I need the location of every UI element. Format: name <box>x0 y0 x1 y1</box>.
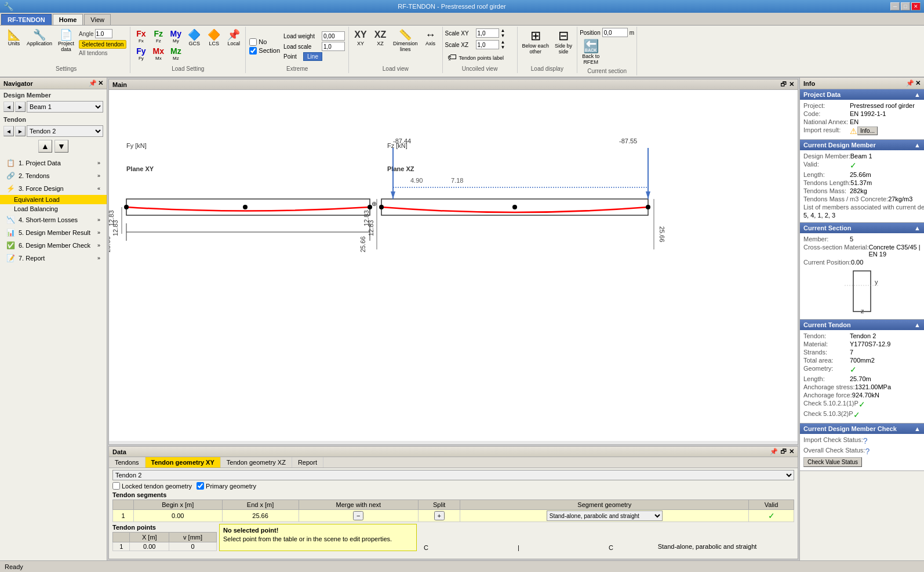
fz-button[interactable]: Fz Fz <box>150 28 166 45</box>
cell-split[interactable]: + <box>419 510 460 522</box>
current-section-header[interactable]: Current Section ▲ <box>800 223 924 233</box>
nav-item-project-data[interactable]: 📋 1. Project Data » <box>0 157 107 169</box>
table-row[interactable]: 1 0.00 25.66 − + Stand-alone, parabolic … <box>113 510 794 522</box>
fx-button[interactable]: Fx Fx <box>133 28 149 45</box>
current-tendon-header[interactable]: Current Tendon ▲ <box>800 320 924 330</box>
dimension-lines-button[interactable]: 📏 Dimensionlines <box>391 28 420 54</box>
tendon-points-label-button[interactable]: 🏷 Tendon points label <box>445 51 515 64</box>
tab-report[interactable]: Report <box>292 457 323 468</box>
info-close-icon[interactable]: ✕ <box>915 79 921 87</box>
lcs-button[interactable]: 🔶 LCS <box>205 28 223 48</box>
tab-view[interactable]: View <box>84 14 111 25</box>
axis-button[interactable]: ↔ Axis <box>421 28 440 48</box>
nav-pin-icon[interactable]: 📌 <box>89 79 97 87</box>
cell-geometry[interactable]: Stand-alone, parabolic and straight <box>460 510 749 522</box>
project-data-header[interactable]: Project Data ▲ <box>800 89 924 100</box>
cell-merge[interactable]: − <box>299 510 418 522</box>
nav-move-down-btn[interactable]: ▼ <box>54 140 68 153</box>
project-data-button[interactable]: 📄 Projectdata <box>56 28 77 54</box>
back-to-rfem-button[interactable]: 🔙 Back toRFEM <box>580 38 602 67</box>
below-each-other-button[interactable]: ⊞ Below eachother <box>520 28 552 56</box>
design-member-next[interactable]: ► <box>15 102 26 112</box>
scale-xz-up[interactable]: ▲ <box>501 39 505 45</box>
locked-tendon-checkbox-label[interactable]: Locked tendon geometry <box>112 482 192 490</box>
nav-item-force-design[interactable]: ⚡ 3. Force Design « <box>0 182 107 195</box>
data-panel-close-icon[interactable]: ✕ <box>789 448 794 455</box>
nav-move-up-btn[interactable]: ▲ <box>38 140 52 153</box>
info-pin-icon[interactable]: 📌 <box>906 79 914 87</box>
nav-item-design-member-result[interactable]: 📊 5. Design Member Result » <box>0 226 107 239</box>
scale-xy-input[interactable] <box>476 28 499 38</box>
current-design-member-check-header[interactable]: Current Design Member Check ▲ <box>800 423 924 434</box>
main-panel-close-icon[interactable]: ✕ <box>789 81 794 88</box>
design-member-prev[interactable]: ◄ <box>3 102 14 112</box>
line-button[interactable]: Line <box>303 52 322 61</box>
data-panel-pin-icon[interactable]: 📌 <box>770 448 778 455</box>
position-input[interactable] <box>602 28 628 37</box>
merge-minus-btn[interactable]: − <box>353 511 363 520</box>
no-checkbox-label[interactable]: No <box>249 38 280 46</box>
check-value-status-button[interactable]: Check Value Status <box>803 457 862 467</box>
application-button[interactable]: 🔧 Application <box>24 28 54 48</box>
xz-view-button[interactable]: XZ XZ <box>371 28 390 48</box>
side-by-side-button[interactable]: ⊟ Side byside <box>552 28 574 56</box>
scale-xy-up[interactable]: ▲ <box>501 28 505 33</box>
split-plus-btn[interactable]: + <box>434 511 445 520</box>
tendon-point-xy-left[interactable] <box>124 205 129 209</box>
nav-item-tendons[interactable]: 🔗 2. Tendons » <box>0 169 107 182</box>
main-canvas[interactable]: Plane XY Fy [kN] Plane XZ Fz [kN] -87.44… <box>109 90 798 441</box>
mz-button[interactable]: Mz Mz <box>168 45 184 62</box>
mx-button[interactable]: Mx Mx <box>150 45 166 62</box>
section-checkbox-label[interactable]: Section <box>249 47 280 55</box>
gcs-button[interactable]: 🔷 GCS <box>185 28 203 48</box>
no-checkbox[interactable] <box>249 38 257 46</box>
current-design-member-header[interactable]: Current Design Member ▲ <box>800 140 924 150</box>
nav-item-short-term-losses[interactable]: 📉 4. Short-term Losses » <box>0 213 107 226</box>
load-weight-input[interactable] <box>322 31 345 41</box>
table-row[interactable]: 1 0.00 0 <box>113 542 217 551</box>
tendon-points-label: Tendon points <box>112 524 217 531</box>
section-checkbox[interactable] <box>249 47 257 55</box>
main-panel-maximize-icon[interactable]: 🗗 <box>780 81 787 88</box>
data-panel-maximize-icon[interactable]: 🗗 <box>780 448 787 455</box>
tendon-point-xz-left[interactable] <box>379 205 384 209</box>
local-button[interactable]: 📌 Local <box>224 28 243 48</box>
project-data-label: Projectdata <box>58 41 74 52</box>
xy-view-button[interactable]: XY XY <box>351 28 370 48</box>
load-scale-input[interactable] <box>322 42 345 51</box>
selected-tendon-button[interactable]: Selected tendon <box>79 40 126 49</box>
scale-xy-down[interactable]: ▼ <box>501 33 505 38</box>
my-button[interactable]: My My <box>168 28 184 45</box>
tendon-select[interactable]: Tendon 2 <box>27 125 103 137</box>
import-info-button[interactable]: Info... <box>857 126 878 135</box>
primary-geometry-checkbox-label[interactable]: Primary geometry <box>197 482 256 490</box>
nav-item-equivalent-load[interactable]: Equivalent Load <box>0 195 107 204</box>
tendon-prev[interactable]: ◄ <box>3 126 14 136</box>
units-button[interactable]: 📐 Units <box>5 28 23 48</box>
primary-geometry-checkbox[interactable] <box>197 482 204 490</box>
nav-close-icon[interactable]: ✕ <box>98 79 103 87</box>
xy-tendon-curve <box>126 207 370 211</box>
tab-tendon-geometry-xy[interactable]: Tendon geometry XY <box>145 457 221 468</box>
locked-tendon-checkbox[interactable] <box>112 482 120 490</box>
minimize-button[interactable]: ─ <box>890 2 900 10</box>
scale-xz-input[interactable] <box>476 40 499 49</box>
close-button[interactable]: ✕ <box>911 2 921 10</box>
maximize-button[interactable]: □ <box>901 2 910 10</box>
tendon-point-xz-mid[interactable] <box>512 205 517 209</box>
nav-item-design-member-check[interactable]: ✅ 6. Design Member Check » <box>0 239 107 252</box>
tab-home[interactable]: Home <box>53 14 83 25</box>
segment-geometry-select[interactable]: Stand-alone, parabolic and straight <box>547 511 663 521</box>
nav-item-load-balancing[interactable]: Load Balancing <box>0 204 107 213</box>
tab-tendon-geometry-xz[interactable]: Tendon geometry XZ <box>221 457 292 468</box>
nav-item-report[interactable]: 📝 7. Report » <box>0 252 107 265</box>
tab-tendons[interactable]: Tendons <box>109 457 145 468</box>
tab-rf-tendon[interactable]: RF-TENDON <box>1 14 52 25</box>
tendon-selector[interactable]: Tendon 2 <box>112 470 794 480</box>
tendon-point-xy-mid[interactable] <box>243 205 248 209</box>
fy-button[interactable]: Fy Fy <box>133 45 149 62</box>
design-member-select[interactable]: Beam 1 <box>27 101 103 113</box>
tendon-point-xz-right[interactable] <box>646 205 650 209</box>
tendon-next[interactable]: ► <box>15 126 26 136</box>
scale-xz-down[interactable]: ▼ <box>501 45 505 50</box>
